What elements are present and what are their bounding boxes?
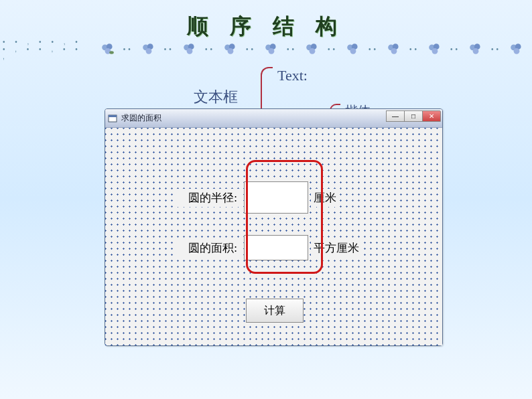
svg-point-30 bbox=[473, 48, 479, 54]
svg-point-6 bbox=[145, 48, 151, 54]
flower-icon bbox=[222, 41, 239, 57]
page-title: 顺 序 结 构 bbox=[0, 0, 532, 42]
flower-icon bbox=[140, 41, 157, 57]
decorative-dots: •• bbox=[287, 46, 297, 53]
highlight-box bbox=[246, 160, 323, 274]
window-titlebar[interactable]: 求圆的面积 — □ ✕ bbox=[105, 109, 442, 128]
svg-point-33 bbox=[514, 48, 520, 54]
flower-icon bbox=[181, 41, 198, 57]
decorative-dots: •• bbox=[123, 46, 133, 53]
close-button[interactable]: ✕ bbox=[422, 110, 441, 122]
flower-icon bbox=[426, 41, 444, 57]
svg-point-9 bbox=[186, 48, 192, 54]
flower-icon bbox=[467, 41, 484, 57]
svg-point-12 bbox=[227, 48, 233, 54]
flower-icon bbox=[263, 41, 280, 57]
decorative-dots: •• bbox=[205, 46, 215, 53]
radius-label: 圆的半径: bbox=[176, 189, 240, 207]
svg-point-21 bbox=[350, 48, 356, 54]
flower-icon bbox=[385, 41, 403, 57]
flower-icon bbox=[304, 41, 321, 57]
svg-point-15 bbox=[269, 48, 275, 54]
minimize-button[interactable]: — bbox=[386, 110, 405, 122]
svg-point-3 bbox=[109, 51, 114, 54]
svg-point-24 bbox=[391, 48, 397, 54]
textbox-annotation-line: 文本框 bbox=[176, 87, 256, 107]
maximize-button[interactable]: □ bbox=[404, 110, 423, 122]
window-title: 求圆的面积 bbox=[121, 112, 161, 124]
decorative-dots: •• bbox=[164, 46, 174, 53]
decorative-dots: • • , • • , • • , • • , • • , bbox=[3, 38, 92, 60]
form-icon bbox=[108, 114, 117, 123]
decorative-dots: •• bbox=[369, 46, 379, 53]
svg-rect-35 bbox=[109, 115, 117, 117]
svg-point-18 bbox=[310, 48, 316, 54]
decorative-dots: •• bbox=[450, 46, 460, 53]
flower-icon bbox=[344, 41, 362, 57]
window-controls: — □ ✕ bbox=[387, 110, 441, 122]
flower-icon bbox=[508, 41, 525, 57]
decorative-dots: •• bbox=[491, 46, 501, 53]
flower-icon bbox=[99, 41, 117, 57]
decorative-dots: •• bbox=[328, 46, 338, 53]
area-label: 圆的面积: bbox=[176, 239, 240, 257]
svg-point-27 bbox=[432, 48, 438, 54]
decorative-dots: •• bbox=[409, 46, 419, 53]
decorative-dots: •• bbox=[246, 46, 256, 53]
decorative-flower-row: • • , • • , • • , • • , • • , •• •• •• •… bbox=[0, 39, 532, 59]
text-property-label: Text: bbox=[277, 67, 308, 84]
calculate-button[interactable]: 计算 bbox=[246, 299, 304, 323]
